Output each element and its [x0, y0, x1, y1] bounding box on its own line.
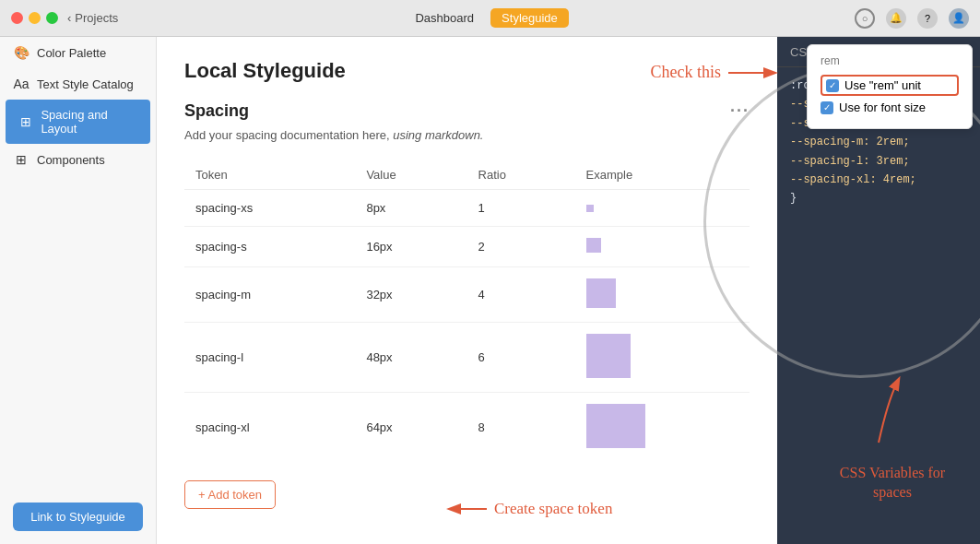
col-example: Example	[575, 160, 750, 190]
css-line: }	[790, 189, 967, 207]
css-code-block: :root { --spacing-xs: 0.5rem; --spacing-…	[777, 67, 980, 544]
table-row: spacing-s 16px 2	[184, 227, 750, 267]
swatch	[586, 334, 631, 378]
cell-ratio: 4	[467, 267, 575, 323]
table-row: spacing-xs 8px 1	[184, 190, 750, 227]
swatch	[586, 205, 594, 212]
more-options-button[interactable]: ···	[730, 101, 750, 121]
css-panel: CSS ≡ ↓ :root { --spacing-xs: 0.5rem; --…	[777, 37, 980, 544]
sidebar-item-components[interactable]: ⊞ Components	[0, 144, 156, 175]
help-icon[interactable]: ?	[917, 8, 938, 29]
cell-token: spacing-m	[184, 267, 355, 323]
cell-token: spacing-xl	[184, 393, 355, 463]
css-line: --spacing-xs: 0.5rem;	[790, 95, 967, 113]
avatar[interactable]: 👤	[949, 8, 969, 29]
arrow-left-icon	[443, 500, 489, 518]
cell-token: spacing-s	[184, 227, 355, 267]
styleguide-tab[interactable]: Styleguide	[490, 8, 569, 28]
table-row: spacing-l 48px 6	[184, 323, 750, 393]
close-button[interactable]	[11, 12, 23, 24]
cell-value: 8px	[355, 190, 466, 227]
main-layout: 🎨 Color Palette Aa Text Style Catalog ⊞ …	[0, 37, 980, 544]
col-value: Value	[355, 160, 466, 190]
cell-ratio: 1	[467, 190, 575, 227]
table-row: spacing-m 32px 4	[184, 267, 750, 323]
cell-example	[575, 227, 750, 267]
settings-icon[interactable]: ≡	[946, 44, 953, 59]
download-icon[interactable]: ↓	[961, 44, 967, 59]
maximize-button[interactable]	[46, 12, 58, 24]
table-row: spacing-xl 64px 8	[184, 393, 750, 463]
sidebar-bottom: Link to Styleguide	[0, 490, 156, 544]
section-title: Spacing	[184, 101, 249, 121]
cell-value: 48px	[355, 323, 466, 393]
sidebar: 🎨 Color Palette Aa Text Style Catalog ⊞ …	[0, 37, 157, 544]
sidebar-item-label: Color Palette	[37, 46, 106, 60]
cell-ratio: 2	[467, 227, 575, 267]
css-line: --spacing-l: 3rem;	[790, 152, 967, 171]
titlebar-actions: ○ 🔔 ? 👤	[855, 8, 969, 29]
titlebar-tabs: Dashboard Styleguide	[118, 8, 855, 28]
search-icon[interactable]: ○	[855, 8, 875, 29]
css-panel-title: CSS	[790, 45, 815, 59]
css-panel-actions: ≡ ↓	[946, 44, 967, 59]
content-area: Local Styleguide Spacing ··· Add your sp…	[157, 37, 777, 544]
css-panel-header: CSS ≡ ↓	[777, 37, 980, 67]
create-token-label: Create space token	[494, 500, 612, 518]
projects-link[interactable]: Projects	[75, 11, 118, 25]
breadcrumb-back[interactable]: ‹ Projects	[67, 11, 118, 25]
section-title-row: Spacing ···	[184, 101, 750, 121]
components-icon: ⊞	[13, 152, 30, 167]
col-token: Token	[184, 160, 355, 190]
swatch	[586, 278, 616, 308]
sidebar-item-label: Text Style Catalog	[37, 77, 134, 91]
swatch	[586, 238, 601, 253]
cell-ratio: 8	[467, 393, 575, 463]
sidebar-item-label: Components	[37, 153, 105, 167]
cell-token: spacing-xs	[184, 190, 355, 227]
cell-token: spacing-l	[184, 323, 355, 393]
create-token-annotation: Create space token	[443, 500, 612, 518]
spacing-icon: ⊞	[18, 114, 33, 129]
add-token-button[interactable]: + Add token	[184, 480, 276, 509]
text-icon: Aa	[13, 77, 30, 91]
col-ratio: Ratio	[467, 160, 575, 190]
sidebar-item-label: Spacing and Layout	[41, 108, 137, 136]
titlebar: ‹ Projects Dashboard Styleguide ○ 🔔 ? 👤	[0, 0, 980, 37]
sidebar-item-text-style-catalog[interactable]: Aa Text Style Catalog	[0, 68, 156, 100]
traffic-lights	[11, 12, 58, 24]
cell-ratio: 6	[467, 323, 575, 393]
palette-icon: 🎨	[13, 45, 30, 60]
cell-value: 16px	[355, 227, 466, 267]
notifications-icon[interactable]: 🔔	[886, 8, 906, 29]
sidebar-item-spacing-and-layout[interactable]: ⊞ Spacing and Layout	[6, 100, 150, 144]
cell-value: 32px	[355, 267, 466, 323]
css-line: --spacing-s: 1rem;	[790, 114, 967, 133]
cell-example	[575, 323, 750, 393]
css-line: :root {	[790, 77, 967, 95]
css-line: --spacing-xl: 4rem;	[790, 171, 967, 189]
chevron-left-icon: ‹	[67, 11, 71, 25]
swatch	[586, 404, 645, 448]
sidebar-item-color-palette[interactable]: 🎨 Color Palette	[0, 37, 156, 68]
link-to-styleguide-button[interactable]: Link to Styleguide	[13, 503, 143, 531]
section-description: Add your spacing documentation here, usi…	[184, 128, 750, 142]
dashboard-tab[interactable]: Dashboard	[404, 8, 485, 28]
spacing-table: Token Value Ratio Example spacing-xs 8px…	[184, 160, 750, 462]
page-title: Local Styleguide	[184, 59, 750, 83]
cell-value: 64px	[355, 393, 466, 463]
css-line: --spacing-m: 2rem;	[790, 133, 967, 151]
cell-example	[575, 393, 750, 463]
cell-example	[575, 267, 750, 323]
minimize-button[interactable]	[29, 12, 41, 24]
cell-example	[575, 190, 750, 227]
